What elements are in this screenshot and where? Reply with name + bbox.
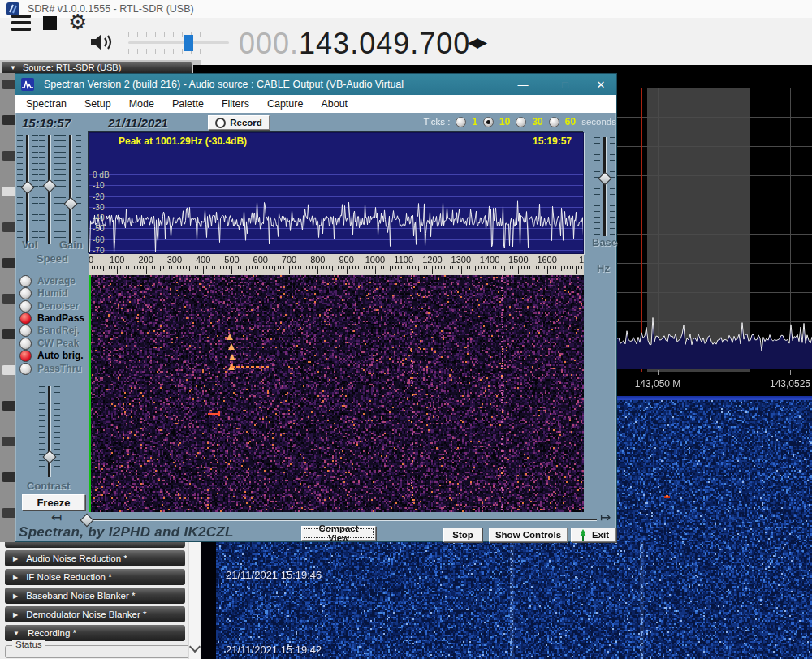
menu-mode[interactable]: Mode bbox=[120, 98, 163, 110]
radio-led bbox=[19, 300, 32, 312]
hz-label: Hz bbox=[597, 262, 610, 274]
panel-label: Baseband Noise Blanker * bbox=[26, 591, 135, 601]
ticks-unit-label: seconds bbox=[581, 117, 616, 127]
contrast-slider[interactable] bbox=[39, 386, 60, 477]
sdrsharp-titlebar[interactable]: SDR# v1.0.0.1555 - RTL-SDR (USB) bbox=[0, 0, 812, 18]
rf-waterfall-bottom[interactable] bbox=[216, 542, 812, 659]
sidebar-panel-audio-noise-reduction[interactable]: ▶ Audio Noise Reduction * bbox=[5, 550, 185, 566]
sidebar-panel-demodulator-noise-blanker[interactable]: ▶ Demodulator Noise Blanker * bbox=[5, 606, 185, 622]
freq-label: 1200 bbox=[422, 255, 442, 265]
volume-slider-track[interactable] bbox=[128, 41, 229, 44]
menu-hamburger-icon[interactable] bbox=[11, 15, 31, 31]
status-label: Status bbox=[12, 640, 45, 649]
speaker-icon[interactable] bbox=[89, 32, 117, 52]
ticks-radio-30[interactable] bbox=[516, 117, 526, 127]
radio-bandrej[interactable]: BandRej. bbox=[19, 325, 80, 336]
speed-label: Speed bbox=[37, 252, 68, 265]
pan-scrollbar-track[interactable] bbox=[93, 519, 597, 521]
sidebar-panel-clipped[interactable] bbox=[5, 542, 185, 548]
close-button[interactable]: ✕ bbox=[589, 74, 613, 95]
collapse-arrow-icon: ▶ bbox=[13, 555, 18, 562]
compact-view-button[interactable]: Compact View bbox=[301, 526, 376, 541]
collapse-arrow-icon: ▼ bbox=[10, 64, 16, 71]
base-slider[interactable] bbox=[594, 137, 615, 236]
panel-label: Audio Noise Reduction * bbox=[26, 553, 127, 563]
exit-label: Exit bbox=[592, 530, 609, 540]
menu-setup[interactable]: Setup bbox=[76, 98, 120, 110]
stop-playback-button[interactable] bbox=[43, 16, 57, 30]
radio-led bbox=[19, 275, 32, 287]
freq-label: 300 bbox=[167, 255, 182, 265]
screen: SDR# v1.0.0.1555 - RTL-SDR (USB) ⚙ 000.1… bbox=[0, 0, 812, 659]
vol-slider[interactable] bbox=[17, 135, 38, 244]
freq-label: 700 bbox=[282, 255, 296, 265]
base-label: Base bbox=[592, 236, 617, 248]
frequency-axis-labels: 0100200300400500600700800900100011001200… bbox=[89, 254, 584, 265]
radio-label: Denoiser bbox=[37, 300, 79, 312]
spectran-waterfall bbox=[89, 275, 584, 512]
menu-palette[interactable]: Palette bbox=[163, 98, 213, 110]
radio-led bbox=[19, 325, 32, 337]
freeze-button[interactable]: Freeze bbox=[22, 494, 85, 510]
scroll-right-icon[interactable]: ↦ bbox=[600, 512, 611, 523]
sdrsharp-app-icon bbox=[6, 2, 19, 15]
source-panel-label: Source: RTL-SDR (USB) bbox=[23, 62, 121, 72]
radio-passthru[interactable]: PassThru bbox=[19, 363, 82, 374]
ticks-option-label: 60 bbox=[565, 116, 576, 127]
menu-about[interactable]: About bbox=[312, 98, 356, 110]
radio-average[interactable]: Average bbox=[19, 275, 76, 286]
speed-slider[interactable] bbox=[39, 135, 60, 244]
volume-slider-handle[interactable] bbox=[184, 35, 193, 51]
radio-label: BandRej. bbox=[37, 325, 80, 336]
radio-label: Average bbox=[37, 275, 76, 286]
sidebar-scrollbar[interactable] bbox=[188, 542, 200, 659]
volume-ticks-top bbox=[128, 32, 229, 37]
record-circle-icon bbox=[215, 118, 226, 128]
settings-gear-icon[interactable]: ⚙ bbox=[68, 6, 87, 37]
frequency-value: 143.049.700 bbox=[299, 27, 470, 60]
freq-label: 1600 bbox=[537, 255, 556, 265]
scroll-down-icon[interactable] bbox=[189, 641, 201, 653]
collapse-arrow-icon: ▼ bbox=[13, 630, 19, 637]
volume-ticks-bottom bbox=[128, 49, 229, 54]
menu-capture[interactable]: Capture bbox=[258, 98, 312, 110]
radio-cw-peak[interactable]: CW Peak bbox=[19, 338, 79, 349]
exit-button[interactable]: Exit bbox=[571, 528, 616, 542]
frequency-display[interactable]: 000.143.049.700 bbox=[239, 27, 470, 61]
collapse-arrow-icon: ▶ bbox=[13, 592, 18, 600]
show-controls-button[interactable]: Show Controls bbox=[489, 528, 568, 542]
panel-label: Recording * bbox=[28, 628, 76, 638]
ticks-radio-10[interactable] bbox=[483, 117, 494, 127]
window-title: SDR# v1.0.0.1555 - RTL-SDR (USB) bbox=[28, 3, 194, 15]
freq-label: 1500 bbox=[508, 255, 528, 265]
radio-auto-brig[interactable]: Auto brig. bbox=[19, 350, 84, 361]
sidebar-panel-if-noise-reduction[interactable]: ▶ IF Noise Reduction * bbox=[5, 569, 185, 585]
rf-waterfall-right[interactable] bbox=[617, 400, 812, 542]
freq-label: 100 bbox=[110, 255, 124, 265]
ticks-radio-60[interactable] bbox=[549, 117, 559, 127]
rf-spectrum-display[interactable] bbox=[617, 65, 812, 398]
ticks-option-label: 1 bbox=[472, 116, 477, 127]
radio-humid[interactable]: Humid bbox=[19, 287, 67, 299]
freq-label: 1 bbox=[579, 255, 584, 265]
record-button[interactable]: Record bbox=[208, 115, 270, 130]
radio-denoiser[interactable]: Denoiser bbox=[19, 300, 79, 312]
frequency-step-arrows[interactable]: ◀▶ bbox=[468, 34, 486, 51]
ticks-radio-1[interactable] bbox=[456, 117, 466, 127]
panel-label: IF Noise Reduction * bbox=[26, 572, 111, 582]
minimize-button[interactable]: — bbox=[511, 74, 535, 95]
menu-filters[interactable]: Filters bbox=[213, 98, 258, 110]
freq-axis-label-right: 143,0525 bbox=[770, 378, 810, 390]
sidebar-panel-source[interactable]: ▼ Source: RTL-SDR (USB) bbox=[2, 62, 192, 73]
stop-button[interactable]: Stop bbox=[443, 528, 482, 542]
radio-label: CW Peak bbox=[37, 338, 79, 349]
sidebar-panel-recording[interactable]: ▼ Recording * bbox=[5, 625, 185, 641]
radio-bandpass[interactable]: BandPass bbox=[19, 312, 84, 324]
spectran-titlebar[interactable]: Spectran Version 2 (build 216) - Audio s… bbox=[15, 74, 616, 95]
gain-slider[interactable] bbox=[60, 135, 81, 244]
maximize-button[interactable]: □ bbox=[553, 74, 577, 95]
audio-spectrum-display: 0 dB-10-20-30-40-50-60-70 Peak at 1001.2… bbox=[89, 132, 584, 254]
scroll-left-icon[interactable]: ↤ bbox=[51, 512, 62, 523]
menu-spectran[interactable]: Spectran bbox=[17, 98, 76, 110]
sidebar-panel-baseband-noise-blanker[interactable]: ▶ Baseband Noise Blanker * bbox=[5, 588, 185, 604]
